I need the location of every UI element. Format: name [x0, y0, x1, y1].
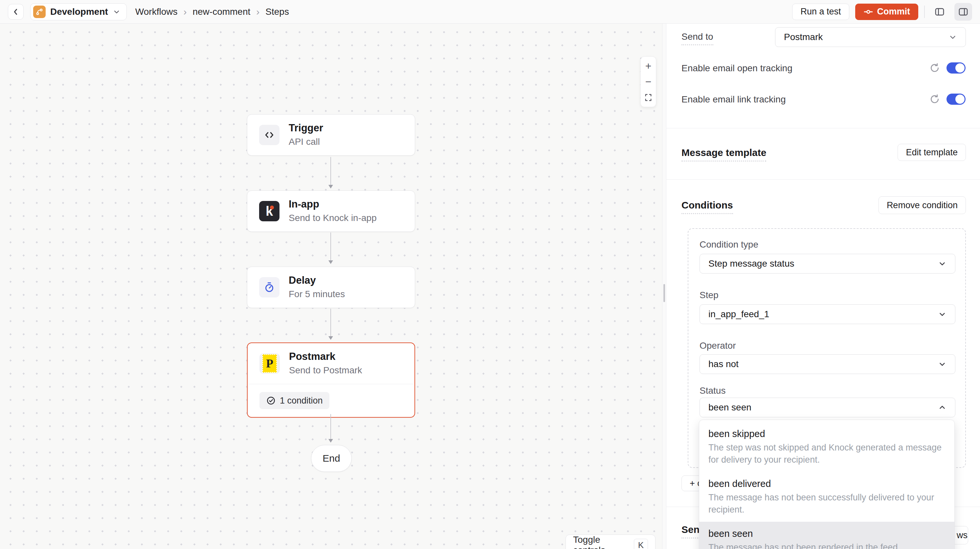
environment-switcher[interactable]: Development — [30, 3, 127, 21]
dropdown-option-been-seen[interactable]: been seen The message has not been rende… — [699, 522, 955, 549]
connector-arrow — [330, 232, 331, 263]
node-title: Delay — [289, 274, 345, 287]
sync-icon — [929, 94, 940, 105]
step-settings-panel: Send to Postmark Enable email open track… — [667, 24, 980, 549]
open-tracking-toggle[interactable] — [947, 62, 966, 73]
environment-label: Development — [50, 6, 108, 17]
node-in-app[interactable]: k In-app Send to Knock in-app — [247, 191, 415, 232]
node-subtitle: Send to Postmark — [289, 364, 362, 376]
chevron-left-icon — [11, 7, 21, 17]
header-divider — [924, 6, 925, 18]
check-circle-icon — [266, 396, 276, 406]
dropdown-option-been-skipped[interactable]: been skipped The step was not skipped an… — [699, 422, 955, 472]
open-tracking-label: Enable email open tracking — [681, 63, 792, 73]
node-delay[interactable]: Delay For 5 minutes — [247, 267, 415, 308]
operator-label: Operator — [700, 341, 736, 351]
link-tracking-toggle[interactable] — [947, 94, 966, 105]
step-label: Step — [700, 290, 719, 301]
zoom-out-button[interactable]: − — [640, 74, 656, 90]
zoom-controls: + − — [640, 56, 656, 107]
stopwatch-icon — [259, 277, 280, 298]
commit-icon — [864, 7, 873, 17]
connector-arrow — [330, 157, 331, 187]
dropdown-option-been-delivered[interactable]: been delivered The message has not been … — [699, 472, 955, 522]
edit-template-button[interactable]: Edit template — [897, 144, 966, 161]
commit-button[interactable]: Commit — [855, 3, 919, 20]
connector-arrow — [330, 309, 331, 339]
back-button[interactable] — [8, 4, 24, 20]
postmark-logo-icon: P — [259, 353, 280, 374]
remove-condition-button[interactable]: Remove condition — [878, 196, 966, 214]
chevron-down-icon — [938, 310, 947, 318]
section-divider — [667, 179, 980, 180]
breadcrumb-workflows[interactable]: Workflows — [135, 6, 178, 17]
right-panel-icon — [958, 6, 969, 18]
sync-icon — [929, 62, 940, 73]
fullscreen-icon — [644, 93, 653, 102]
knock-logo-icon: k — [259, 201, 280, 221]
run-a-test-button[interactable]: Run a test — [792, 3, 849, 20]
breadcrumb-separator: › — [256, 6, 259, 18]
chevron-down-icon — [948, 33, 957, 41]
chevron-down-icon — [113, 8, 121, 16]
breadcrumb-separator: › — [183, 6, 186, 18]
zoom-in-button[interactable]: + — [640, 58, 656, 74]
step-select[interactable]: in_app_feed_1 — [700, 304, 955, 324]
left-panel-toggle-button[interactable] — [931, 3, 948, 21]
keyboard-shortcut-badge: K — [634, 539, 648, 549]
right-panel-toggle-button[interactable] — [955, 3, 972, 21]
workflow-branch-icon — [33, 6, 46, 18]
fit-view-button[interactable] — [640, 90, 656, 105]
node-title: Trigger — [289, 122, 323, 135]
panel-resize-handle[interactable] — [663, 284, 665, 302]
conditions-heading: Conditions — [681, 200, 733, 214]
operator-select[interactable]: has not — [700, 354, 955, 374]
link-tracking-label: Enable email link tracking — [681, 94, 786, 105]
send-to-label: Send to — [681, 32, 713, 45]
condition-type-label: Condition type — [700, 239, 758, 250]
condition-type-select[interactable]: Step message status — [700, 254, 955, 274]
send-windows-heading-partial: Sen — [681, 524, 700, 538]
breadcrumb-workflow-name[interactable]: new-comment — [192, 6, 250, 17]
status-label: Status — [700, 385, 725, 396]
left-panel-icon — [934, 6, 945, 18]
node-subtitle: Send to Knock in-app — [289, 212, 377, 224]
panel-gutter — [662, 24, 667, 549]
chevron-up-icon — [938, 403, 947, 412]
send-to-select[interactable]: Postmark — [775, 27, 966, 47]
workflow-canvas[interactable]: + − Trigger API call k In-app — [0, 24, 662, 549]
message-template-heading: Message template — [681, 147, 766, 162]
code-icon — [259, 125, 280, 145]
node-subtitle: API call — [289, 136, 323, 148]
end-node: End — [311, 445, 352, 472]
chevron-down-icon — [938, 360, 947, 368]
status-dropdown-menu: been skipped The step was not skipped an… — [699, 420, 955, 549]
node-divider — [248, 384, 414, 384]
status-select[interactable]: been seen — [700, 398, 955, 417]
breadcrumb: Workflows › new-comment › Steps — [135, 6, 289, 18]
breadcrumb-steps[interactable]: Steps — [266, 6, 289, 17]
node-title: Postmark — [289, 350, 362, 363]
node-subtitle: For 5 minutes — [289, 288, 345, 300]
node-trigger[interactable]: Trigger API call — [247, 114, 415, 156]
chevron-down-icon — [938, 259, 947, 268]
node-postmark[interactable]: P Postmark Send to Postmark 1 condition — [247, 342, 415, 418]
condition-count-badge: 1 condition — [259, 392, 329, 409]
toggle-controls-button[interactable]: Toggle controls K — [566, 535, 655, 549]
node-title: In-app — [289, 198, 377, 211]
top-bar: Development Workflows › new-comment › St… — [0, 0, 980, 24]
connector-arrow — [330, 414, 331, 441]
